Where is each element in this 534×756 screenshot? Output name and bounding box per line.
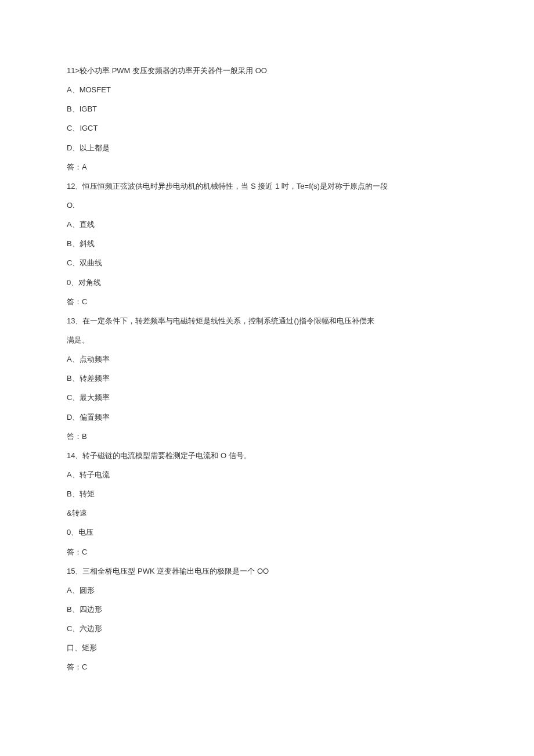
q13-stem-line2: 满足。 (67, 330, 467, 350)
q12-option-b: B、斜线 (67, 234, 467, 253)
q12-option-d: 0、对角线 (67, 273, 467, 292)
q13-option-d: D、偏置频率 (67, 408, 467, 427)
q11-option-d: D、以上都是 (67, 138, 467, 157)
q13-option-b: B、转差频率 (67, 369, 467, 388)
q14-stem: 14、转子磁链的电流模型需要检测定子电流和 O 信号。 (67, 446, 467, 465)
q15-answer: 答：C (67, 657, 467, 676)
q12-option-c: C、双曲线 (67, 253, 467, 272)
q11-option-a: A、MOSFET (67, 80, 467, 99)
q11-stem: 11>较小功率 PWM 变压变频器的功率开关器件一般采用 OO (67, 61, 467, 80)
q14-option-b: B、转矩 (67, 484, 467, 503)
q13-answer: 答：B (67, 427, 467, 446)
q11-option-b: B、IGBT (67, 99, 467, 118)
q14-option-c: &转速 (67, 503, 467, 523)
document-page: 11>较小功率 PWM 变压变频器的功率开关器件一般采用 OO A、MOSFET… (0, 0, 534, 712)
q15-option-c: C、六边形 (67, 619, 467, 638)
q12-stem-line1: 12、恒压恒频正弦波供电时异步电动机的机械特性，当 S 接近 1 吋，Te=f(… (67, 177, 467, 196)
q14-option-a: A、转子电流 (67, 465, 467, 484)
q15-option-d: 口、矩形 (67, 638, 467, 657)
q12-option-a: A、直线 (67, 215, 467, 234)
q12-stem-line2: O. (67, 196, 467, 215)
q12-answer: 答：C (67, 292, 467, 311)
q13-option-a: A、点动频率 (67, 350, 467, 369)
q15-option-b: B、四边形 (67, 600, 467, 619)
q14-answer: 答：C (67, 542, 467, 561)
q11-option-c: C、IGCT (67, 118, 467, 138)
q11-answer: 答：A (67, 157, 467, 177)
q13-stem-line1: 13、在一定条件下，转差频率与电磁转矩是线性关系，控制系统通过()指令限幅和电压… (67, 311, 467, 330)
q15-option-a: A、圆形 (67, 581, 467, 600)
q15-stem: 15、三相全桥电压型 PWK 逆变器输出电压的极限是一个 OO (67, 561, 467, 581)
q13-option-c: C、最大频率 (67, 388, 467, 407)
q14-option-d: 0、电压 (67, 523, 467, 542)
